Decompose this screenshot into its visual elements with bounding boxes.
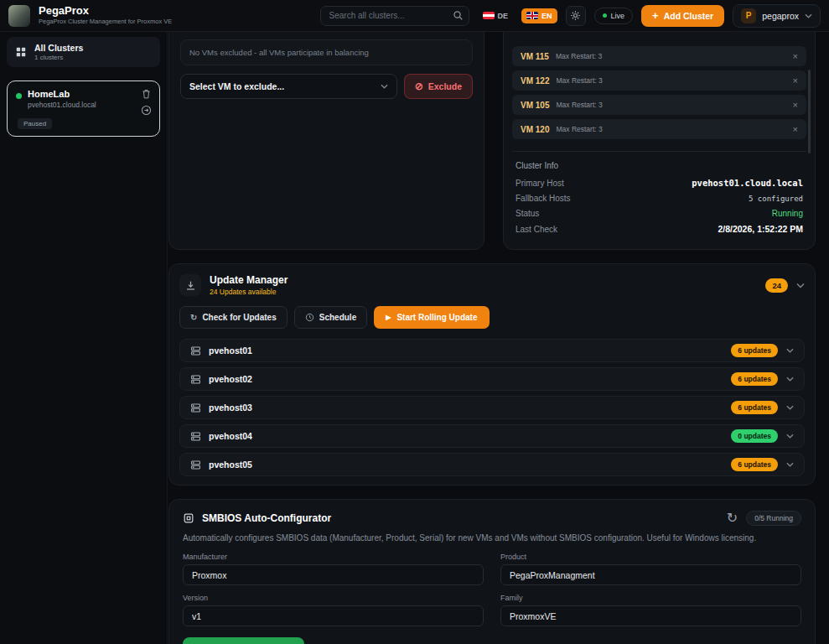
vm-name: VM 105 — [521, 101, 549, 110]
vm-name: VM 122 — [521, 76, 549, 86]
plus-icon: + — [652, 12, 659, 20]
search-box — [320, 6, 469, 26]
vm-detail: Max Restart: 3 — [556, 125, 602, 133]
language-en-button[interactable]: EN — [521, 8, 557, 23]
remove-vm-icon[interactable]: × — [793, 75, 798, 86]
update-host-list: pvehost01 6 updates pvehost02 6 updates … — [179, 339, 805, 476]
exclude-vm-select-value: Select VM to exclude... — [189, 81, 284, 91]
chevron-down-icon — [381, 84, 388, 89]
cluster-info-row: Fallback Hosts 5 configured — [516, 194, 803, 203]
start-rolling-update-label: Start Rolling Update — [396, 313, 477, 322]
grid-icon — [15, 46, 27, 58]
check-for-updates-label: Check for Updates — [202, 313, 276, 322]
download-icon — [179, 274, 201, 296]
remove-vm-icon[interactable]: × — [793, 124, 798, 134]
server-icon — [190, 374, 201, 385]
sidebar-item-all-clusters[interactable]: All Clusters 1 clusters — [7, 37, 160, 67]
update-host-row[interactable]: pvehost01 6 updates — [179, 339, 805, 362]
deploy-to-all-nodes-button[interactable]: Deploy to All Nodes — [183, 637, 304, 644]
play-icon: ▶ — [386, 314, 391, 321]
version-input[interactable] — [183, 605, 484, 626]
host-name: pvehost04 — [209, 431, 252, 441]
cluster-name: HomeLab — [28, 89, 151, 99]
uk-flag-icon — [526, 12, 538, 19]
vm-row[interactable]: VM 115 Max Restart: 3 × — [512, 46, 806, 66]
server-icon — [190, 431, 201, 442]
fallback-hosts-value: 5 configured — [749, 195, 803, 203]
update-host-row[interactable]: pvehost04 0 updates — [179, 424, 805, 448]
all-clusters-label: All Clusters — [34, 43, 83, 53]
primary-host-value: pvehost01.cloud.local — [692, 178, 803, 188]
last-check-label: Last Check — [516, 225, 557, 234]
vm-row[interactable]: VM 105 Max Restart: 3 × — [512, 95, 806, 115]
product-label: Product — [500, 553, 801, 561]
server-icon — [190, 402, 201, 413]
host-updates-badge: 0 updates — [731, 429, 778, 443]
clock-icon — [305, 313, 314, 322]
fallback-hosts-label: Fallback Hosts — [516, 194, 571, 203]
host-updates-badge: 6 updates — [731, 458, 778, 471]
cluster-host: pvehost01.cloud.local — [28, 101, 151, 109]
open-cluster-icon[interactable] — [141, 105, 152, 116]
update-host-row[interactable]: pvehost02 6 updates — [179, 367, 805, 391]
language-de-button[interactable]: DE — [478, 8, 514, 23]
product-input[interactable] — [500, 564, 801, 585]
user-name: pegaprox — [762, 11, 799, 21]
vm-row[interactable]: VM 120 Max Restart: 3 × — [512, 119, 806, 139]
update-manager-title: Update Manager — [210, 274, 288, 286]
refresh-icon[interactable]: ↻ — [727, 510, 738, 526]
schedule-button[interactable]: Schedule — [294, 306, 367, 329]
cluster-status-dot — [16, 93, 22, 99]
cluster-status-value: Running — [772, 209, 803, 218]
scrollbar[interactable] — [808, 70, 811, 153]
schedule-label: Schedule — [319, 313, 356, 322]
chevron-down-icon — [786, 377, 794, 382]
vm-detail: Max Restart: 3 — [556, 76, 602, 85]
exclude-label: Exclude — [428, 81, 462, 91]
no-excluded-vms-note: No VMs excluded - all VMs participate in… — [180, 39, 473, 65]
vm-row[interactable]: VM 122 Max Restart: 3 × — [512, 70, 806, 91]
app-subtitle: PegaProx Cluster Management for Proxmox … — [39, 18, 172, 26]
smbios-description: Automatically configures SMBIOS data (Ma… — [183, 533, 801, 543]
update-host-row[interactable]: pvehost05 6 updates — [179, 453, 805, 476]
family-input[interactable] — [500, 605, 801, 626]
all-clusters-count: 1 clusters — [34, 54, 83, 61]
check-for-updates-button[interactable]: ↻ Check for Updates — [179, 306, 288, 329]
live-status-pill[interactable]: Live — [594, 8, 634, 24]
chevron-down-icon — [786, 462, 794, 467]
manufacturer-input[interactable] — [183, 564, 484, 585]
status-badge: Paused — [18, 118, 52, 129]
chevron-down-icon — [786, 434, 794, 439]
host-updates-badge: 6 updates — [731, 344, 778, 357]
update-host-row[interactable]: pvehost03 6 updates — [179, 396, 805, 419]
start-rolling-update-button[interactable]: ▶ Start Rolling Update — [374, 306, 489, 329]
ha-vm-list: VM 115 Max Restart: 3 × VM 122 Max Resta… — [512, 46, 806, 139]
main-content: No VMs excluded - all VMs participate in… — [168, 32, 829, 644]
form-field-version: Version — [183, 594, 484, 626]
user-menu[interactable]: P pegaprox — [733, 4, 821, 28]
exclude-button[interactable]: ⊘ Exclude — [404, 74, 473, 99]
exclude-vm-select[interactable]: Select VM to exclude... — [180, 74, 397, 99]
chevron-down-icon — [786, 405, 794, 410]
remove-vm-icon[interactable]: × — [793, 51, 798, 61]
host-updates-badge: 6 updates — [731, 401, 778, 414]
manufacturer-label: Manufacturer — [183, 553, 484, 561]
remove-vm-icon[interactable]: × — [793, 100, 798, 110]
avatar: P — [741, 8, 756, 23]
cluster-card-homelab[interactable]: HomeLab pvehost01.cloud.local Paused — [7, 80, 160, 137]
settings-button[interactable] — [566, 6, 586, 26]
add-cluster-button[interactable]: + Add Cluster — [641, 5, 724, 27]
live-label: Live — [611, 12, 625, 20]
language-de-label: DE — [498, 12, 509, 20]
update-manager-header[interactable]: Update Manager 24 Updates available 24 — [179, 274, 805, 296]
chevron-down-icon[interactable] — [796, 283, 805, 288]
cluster-info-row: Primary Host pvehost01.cloud.local — [516, 178, 803, 188]
trash-icon[interactable] — [142, 89, 151, 99]
exclude-icon: ⊘ — [415, 80, 423, 92]
updates-count-badge: 24 — [765, 278, 788, 293]
cluster-info-section: Cluster Info Primary Host pvehost01.clou… — [512, 151, 806, 234]
app-title-block: PegaProx PegaProx Cluster Management for… — [39, 5, 172, 26]
vm-detail: Max Restart: 3 — [556, 101, 602, 109]
search-input[interactable] — [320, 6, 469, 26]
server-icon — [190, 345, 201, 356]
